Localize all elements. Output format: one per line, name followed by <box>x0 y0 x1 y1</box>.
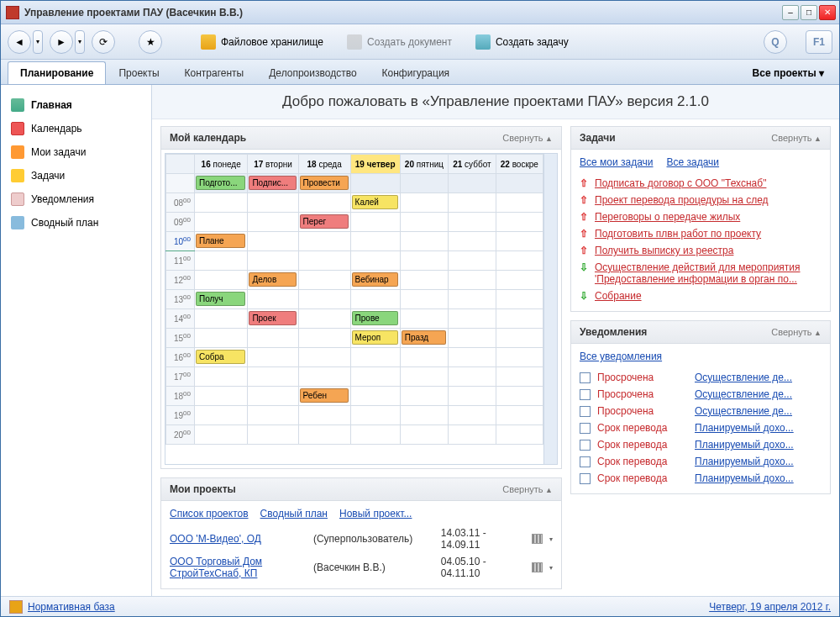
minimize-button[interactable]: – <box>782 5 799 20</box>
notifications-collapse[interactable]: Свернуть <box>771 327 822 337</box>
project-name-link[interactable]: ООО Торговый Дом СтройТехСнаб, КП <box>170 556 307 579</box>
event[interactable]: Плане <box>196 234 245 248</box>
allday-event[interactable]: Подгото... <box>196 176 245 190</box>
notification-status[interactable]: Срок перевода <box>597 456 688 467</box>
allday-event[interactable]: Провести <box>300 176 349 190</box>
nav-back-dropdown[interactable]: ▾ <box>33 30 43 54</box>
task-row: ⇧Переговоры о передаче жилых <box>580 208 822 225</box>
tab-planning[interactable]: Планирование <box>8 61 106 84</box>
notification-link[interactable]: Планируемый дохо... <box>695 439 822 451</box>
create-document-button[interactable]: Создать документ <box>339 29 460 55</box>
all-my-tasks-link[interactable]: Все мои задачи <box>580 156 654 168</box>
day-header-19[interactable]: 19 четвер <box>350 155 400 174</box>
calendar-collapse[interactable]: Свернуть <box>502 133 553 143</box>
nav-forward-button[interactable]: ► <box>50 30 73 54</box>
create-task-button[interactable]: Создать задачу <box>467 29 577 55</box>
projects-list-link[interactable]: Список проектов <box>170 508 249 519</box>
notification-checkbox[interactable] <box>580 473 591 484</box>
tab-config[interactable]: Конфигурация <box>370 61 463 84</box>
date-link[interactable]: Четверг, 19 апреля 2012 г. <box>709 601 831 613</box>
event[interactable]: Мероп <box>352 330 398 345</box>
notification-status[interactable]: Срок перевода <box>597 439 688 451</box>
calendar-scrollbar[interactable] <box>543 154 557 464</box>
day-header-20[interactable]: 20 пятниц <box>400 155 448 174</box>
maximize-button[interactable]: □ <box>801 5 817 20</box>
reload-button[interactable]: ⟳ <box>92 30 115 54</box>
event[interactable]: Ребен <box>300 388 349 403</box>
file-storage-button[interactable]: Файловое хранилище <box>192 29 332 55</box>
notification-row: ПросроченаОсуществление де... <box>580 403 822 419</box>
day-header-16[interactable]: 16 понеде <box>195 155 248 174</box>
notification-status[interactable]: Просрочена <box>597 372 688 383</box>
tab-projects[interactable]: Проекты <box>106 61 171 84</box>
project-name-link[interactable]: ООО 'М-Видео', ОД <box>170 533 307 545</box>
projects-panel: Мои проекты Свернуть Список проектов Сво… <box>160 477 562 589</box>
task-link[interactable]: Получить выписку из реестра <box>595 245 822 256</box>
favorites-button[interactable]: ★ <box>139 30 162 54</box>
sidebar-item-calendar[interactable]: Календарь <box>6 117 146 140</box>
day-header-22[interactable]: 22 воскре <box>496 155 543 174</box>
sidebar-item-notifications[interactable]: Уведомления <box>6 187 146 211</box>
event[interactable]: Вебинар <box>352 272 398 287</box>
event[interactable]: Калей <box>352 195 398 209</box>
normative-base-link[interactable]: Нормативная база <box>28 601 115 613</box>
day-header-21[interactable]: 21 суббот <box>449 155 496 174</box>
help-button[interactable]: F1 <box>806 30 832 54</box>
notification-checkbox[interactable] <box>580 423 591 434</box>
notification-checkbox[interactable] <box>580 456 591 467</box>
task-link[interactable]: Подготовить плвн работ по проекту <box>595 228 822 240</box>
day-header-17[interactable]: 17 вторни <box>248 155 298 174</box>
notification-checkbox[interactable] <box>580 389 591 400</box>
all-notifications-link[interactable]: Все уведомления <box>580 351 662 362</box>
task-link[interactable]: Осуществление действий для мероприятия '… <box>595 261 822 285</box>
notification-link[interactable]: Планируемый дохо... <box>695 422 822 434</box>
notification-link[interactable]: Осуществление де... <box>695 405 822 417</box>
allday-event[interactable]: Подпис... <box>249 176 296 190</box>
event[interactable]: Получ <box>196 292 245 306</box>
task-link[interactable]: Проект перевода процедуры на след <box>595 194 822 206</box>
task-link[interactable]: Собрание <box>595 290 822 302</box>
notification-link[interactable]: Осуществление де... <box>695 372 822 383</box>
tab-contractors[interactable]: Контрагенты <box>172 61 257 84</box>
event[interactable]: Прове <box>352 311 398 325</box>
notification-checkbox[interactable] <box>580 406 591 417</box>
notification-checkbox[interactable] <box>580 372 591 383</box>
arrow-up-icon: ⇧ <box>580 211 588 223</box>
task-link[interactable]: Переговоры о передаче жилых <box>595 211 822 223</box>
search-button[interactable]: Q <box>764 30 787 54</box>
event[interactable]: Празд <box>402 330 447 345</box>
projects-new-link[interactable]: Новый проект... <box>339 508 412 519</box>
task-link[interactable]: Подписать договор с ООО "Техснаб" <box>595 177 822 189</box>
arrow-down-icon: ⇩ <box>580 290 588 302</box>
projects-summary-link[interactable]: Сводный план <box>260 508 328 519</box>
nav-back-button[interactable]: ◄ <box>8 30 31 54</box>
sidebar-item-summary[interactable]: Сводный план <box>6 211 146 235</box>
tab-docflow[interactable]: Делопроизводство <box>256 61 369 84</box>
all-tasks-link[interactable]: Все задачи <box>667 156 720 168</box>
gantt-icon[interactable] <box>532 534 543 544</box>
notification-checkbox[interactable] <box>580 440 591 451</box>
all-projects-dropdown[interactable]: Все проекты ▾ <box>744 62 832 84</box>
close-button[interactable]: ✕ <box>819 5 836 20</box>
day-header-18[interactable]: 18 среда <box>298 155 350 174</box>
gantt-icon[interactable] <box>532 562 543 572</box>
sidebar-item-tasks[interactable]: Задачи <box>6 164 146 187</box>
tasks-collapse[interactable]: Свернуть <box>771 133 822 143</box>
event[interactable]: Перег <box>300 214 349 229</box>
project-dropdown[interactable]: ▾ <box>549 535 553 543</box>
sidebar-item-mytasks[interactable]: Мои задачи <box>6 140 146 164</box>
notification-status[interactable]: Просрочена <box>597 388 688 400</box>
event[interactable]: Собра <box>196 350 245 364</box>
projects-collapse[interactable]: Свернуть <box>502 484 553 494</box>
notification-link[interactable]: Планируемый дохо... <box>695 456 822 467</box>
notification-status[interactable]: Срок перевода <box>597 422 688 434</box>
notification-status[interactable]: Просрочена <box>597 405 688 417</box>
project-dropdown[interactable]: ▾ <box>549 564 553 572</box>
event[interactable]: Делов <box>249 272 296 287</box>
notification-status[interactable]: Срок перевода <box>597 472 688 484</box>
sidebar-item-home[interactable]: Главная <box>6 93 146 117</box>
event[interactable]: Проек <box>249 311 296 325</box>
notification-link[interactable]: Осуществление де... <box>695 388 822 400</box>
notification-link[interactable]: Планируемый дохо... <box>695 472 822 484</box>
nav-forward-dropdown[interactable]: ▾ <box>75 30 85 54</box>
